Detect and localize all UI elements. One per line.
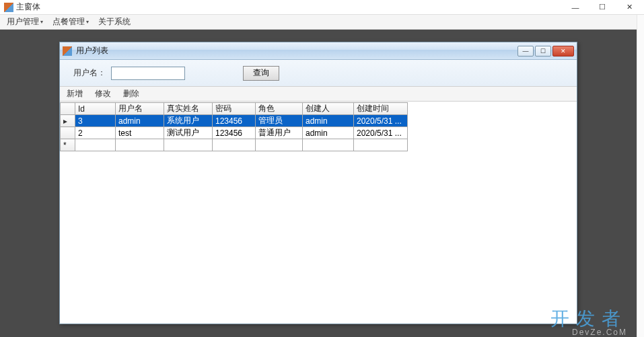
cell-password[interactable]: 123456 xyxy=(213,115,256,127)
username-label: 用户名： xyxy=(73,67,107,79)
delete-button[interactable]: 删除 xyxy=(120,87,142,101)
child-window-titlebar[interactable]: 用户列表 — ☐ ✕ xyxy=(60,42,577,60)
main-maximize-button[interactable]: ☐ xyxy=(589,0,616,15)
row-header-corner xyxy=(61,103,75,115)
menu-label: 关于系统 xyxy=(98,16,131,28)
table-row[interactable]: ▸ 3 admin 系统用户 123456 管理员 admin 2020/5/3… xyxy=(61,115,408,127)
cell-createtime[interactable]: 2020/5/31 ... xyxy=(354,115,408,127)
grid-header-row: Id 用户名 真实姓名 密码 角色 创建人 创建时间 xyxy=(61,103,408,115)
menu-about-system[interactable]: 关于系统 xyxy=(94,15,135,29)
child-close-button[interactable]: ✕ xyxy=(552,46,574,57)
cell-username[interactable]: admin xyxy=(116,115,164,127)
col-password[interactable]: 密码 xyxy=(213,103,256,115)
main-minimize-button[interactable]: — xyxy=(562,0,589,15)
cell-creator[interactable]: admin xyxy=(303,127,354,139)
add-button[interactable]: 新增 xyxy=(64,87,85,101)
child-maximize-button[interactable]: ☐ xyxy=(535,46,551,57)
cell-realname[interactable]: 系统用户 xyxy=(164,115,213,127)
child-minimize-button[interactable]: — xyxy=(517,46,534,57)
cell-password[interactable]: 123456 xyxy=(213,127,256,139)
cell-id[interactable]: 2 xyxy=(75,127,116,139)
child-window-title: 用户列表 xyxy=(76,45,108,57)
right-gutter xyxy=(637,15,644,337)
col-role[interactable]: 角色 xyxy=(256,103,303,115)
toolbar: 新增 修改 删除 xyxy=(60,87,577,102)
main-close-button[interactable]: ✕ xyxy=(616,0,643,15)
col-creator[interactable]: 创建人 xyxy=(303,103,354,115)
mdi-client-area: 用户列表 — ☐ ✕ 用户名： 查询 新增 修改 删除 xyxy=(0,30,637,337)
col-realname[interactable]: 真实姓名 xyxy=(164,103,213,115)
table-row[interactable]: 2 test 测试用户 123456 普通用户 admin 2020/5/31 … xyxy=(61,127,408,139)
form-icon xyxy=(63,46,72,56)
cell-role[interactable] xyxy=(256,139,303,151)
grid-body: ▸ 3 admin 系统用户 123456 管理员 admin 2020/5/3… xyxy=(61,115,408,151)
row-marker: ▸ xyxy=(61,115,75,127)
user-list-window: 用户列表 — ☐ ✕ 用户名： 查询 新增 修改 删除 xyxy=(59,42,577,324)
cell-id[interactable] xyxy=(75,139,116,151)
username-input[interactable] xyxy=(111,67,185,80)
menu-label: 点餐管理 xyxy=(52,16,85,28)
menu-label: 用户管理 xyxy=(7,16,39,28)
cell-realname[interactable]: 测试用户 xyxy=(164,127,213,139)
chevron-down-icon: ▾ xyxy=(40,19,43,25)
cell-realname[interactable] xyxy=(164,139,213,151)
col-id[interactable]: Id xyxy=(75,103,116,115)
chevron-down-icon: ▾ xyxy=(86,19,89,25)
app-icon xyxy=(4,3,13,12)
cell-password[interactable] xyxy=(213,139,256,151)
query-button[interactable]: 查询 xyxy=(243,66,279,81)
menubar: 用户管理 ▾ 点餐管理 ▾ 关于系统 xyxy=(0,15,644,30)
cell-role[interactable]: 管理员 xyxy=(256,115,303,127)
col-createtime[interactable]: 创建时间 xyxy=(354,103,408,115)
menu-order-management[interactable]: 点餐管理 ▾ xyxy=(48,15,93,29)
cell-role[interactable]: 普通用户 xyxy=(256,127,303,139)
user-data-grid[interactable]: Id 用户名 真实姓名 密码 角色 创建人 创建时间 ▸ 3 admin 系统用 xyxy=(60,102,408,151)
edit-button[interactable]: 修改 xyxy=(92,87,114,101)
row-marker xyxy=(61,127,75,139)
cell-username[interactable]: test xyxy=(116,127,164,139)
cell-id[interactable]: 3 xyxy=(75,115,116,127)
row-marker-new: * xyxy=(61,139,75,151)
watermark-sub: DevZe.CoM xyxy=(572,328,627,337)
main-window-titlebar: 主窗体 — ☐ ✕ xyxy=(0,0,644,15)
cell-createtime[interactable]: 2020/5/31 ... xyxy=(354,127,408,139)
cell-username[interactable] xyxy=(116,139,164,151)
main-window-title: 主窗体 xyxy=(16,1,40,13)
cell-creator[interactable]: admin xyxy=(303,115,354,127)
cell-creator[interactable] xyxy=(303,139,354,151)
menu-user-management[interactable]: 用户管理 ▾ xyxy=(3,15,47,29)
search-bar: 用户名： 查询 xyxy=(60,60,577,87)
cell-createtime[interactable] xyxy=(354,139,408,151)
table-row-new[interactable]: * xyxy=(61,139,408,151)
col-username[interactable]: 用户名 xyxy=(116,103,164,115)
data-grid-wrapper[interactable]: Id 用户名 真实姓名 密码 角色 创建人 创建时间 ▸ 3 admin 系统用 xyxy=(60,102,577,324)
